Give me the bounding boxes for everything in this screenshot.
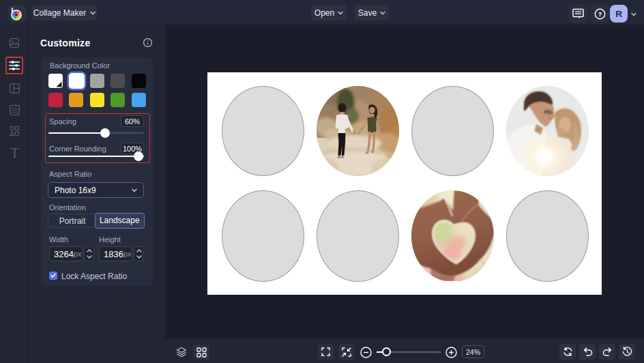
svg-text:?: ? <box>598 10 602 18</box>
